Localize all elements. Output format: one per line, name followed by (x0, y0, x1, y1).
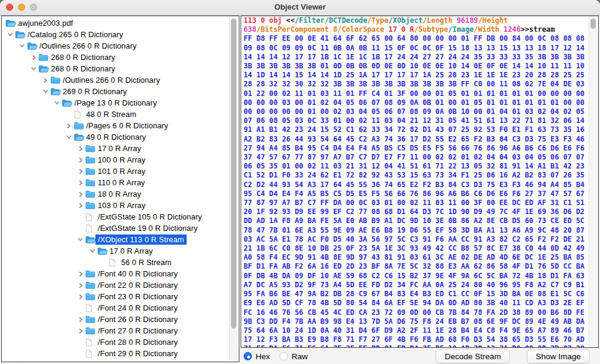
tree-item[interactable]: /ExtGState 105 0 R Dictionary (2, 211, 230, 222)
title-bar[interactable]: Object Viewer (0, 0, 600, 16)
tree-item[interactable] (2, 359, 230, 362)
hex-row: A2 B2 83 26 44 93 54 64 45 C2 A3 74 36 1… (244, 135, 589, 144)
tree-item-label: 49 0 R Dictionary (86, 133, 146, 142)
tree-item-label: /ExtGState 19 0 R Dictionary (98, 224, 197, 233)
tree-item-label: /Font 23 0 R Dictionary (98, 292, 178, 301)
tree-item[interactable]: /Font 22 0 R Dictionary (2, 279, 230, 291)
hex-row: 00 00 00 03 00 01 02 04 05 06 07 08 09 0… (244, 98, 589, 107)
chevron-down-icon[interactable] (89, 248, 95, 254)
tree-item-selected[interactable]: /XObject 113 0 R Stream (2, 234, 230, 245)
hex-scrollbar[interactable] (589, 17, 598, 347)
chevron-right-icon[interactable] (78, 180, 83, 186)
document-icon (85, 350, 92, 358)
hex-row: 14 1D 14 14 15 14 14 1D 25 1A 17 17 17 1… (244, 71, 589, 80)
tree-item[interactable]: /Font 28 0 R Dictionary (2, 336, 230, 348)
chevron-down-icon[interactable] (31, 66, 37, 71)
document-icon (85, 338, 92, 347)
tree-item[interactable]: /Font 24 0 R Dictionary (2, 302, 230, 314)
tree-item-label: 103 0 R Array (98, 201, 146, 210)
open-folder-icon (85, 236, 96, 243)
tree-item-label: 48 0 R Stream (86, 110, 137, 119)
chevron-right-icon[interactable] (66, 123, 71, 129)
chevron-right-icon[interactable] (78, 317, 83, 323)
chevron-right-icon[interactable] (78, 203, 83, 209)
tree-item[interactable]: 49 0 R Dictionary (2, 131, 230, 143)
tree-item[interactable]: 48 0 R Stream (2, 109, 230, 120)
tree-item[interactable]: 100 0 R Array (2, 154, 230, 166)
chevron-right-icon[interactable] (78, 282, 83, 288)
open-folder-icon (27, 42, 38, 50)
hex-scrollbar-thumb[interactable] (590, 19, 596, 29)
tree-item[interactable]: /ExtGState 19 0 R Dictionary (2, 222, 230, 234)
tree-item[interactable]: 269 0 R Dictionary (2, 86, 230, 97)
object-tree-pane: awjune2003.pdf/Catalog 265 0 R Dictionar… (1, 16, 239, 362)
chevron-right-icon[interactable] (78, 294, 83, 300)
hex-row: 95 FA B6 BE 47 9A B2 DB 28 C9 67 B4 83 E… (244, 290, 589, 299)
radio-hex-icon[interactable] (244, 352, 252, 360)
tree-item[interactable]: 101 0 R Array (2, 166, 230, 177)
chevron-right-icon[interactable] (78, 328, 83, 334)
hex-row: DD AD 1A F8 A9 BA FE 5A E0 AB B9 A1 DC 9… (244, 216, 589, 225)
chevron-down-icon[interactable] (54, 100, 60, 106)
folder-icon (85, 179, 95, 186)
chevron-down-icon[interactable] (7, 32, 13, 37)
tree-item[interactable]: 268 0 R Dictionary (2, 52, 230, 63)
hex-row: 14 14 14 12 17 17 1B 1C 1E 1C 1B 17 24 2… (244, 53, 589, 62)
tree-item-label: 268 0 R Dictionary (51, 53, 115, 62)
tree-item[interactable]: awjune2003.pdf (2, 17, 230, 29)
decode-stream-button[interactable]: Decode Stream (436, 349, 510, 363)
chevron-right-icon[interactable] (78, 191, 83, 197)
show-image-button[interactable]: Show Image (527, 349, 590, 363)
tree-item[interactable]: /Catalog 265 0 R Dictionary (2, 29, 230, 40)
radio-hex[interactable]: Hex (244, 352, 270, 361)
chevron-right-icon[interactable] (78, 146, 83, 152)
tree-item[interactable]: /Outlines 266 0 R Dictionary (2, 74, 230, 86)
tree-item[interactable]: /Font 29 0 R Dictionary (2, 348, 230, 359)
open-folder-icon (50, 88, 61, 95)
hex-row: 20 1F 92 93 D9 EE 99 EF C2 77 08 68 D1 6… (244, 207, 589, 216)
document-icon (85, 224, 92, 233)
window-title: Object Viewer (0, 2, 600, 11)
tree-item[interactable]: /Font 26 0 R Dictionary (2, 314, 230, 325)
chevron-right-icon[interactable] (31, 55, 37, 61)
tree-item[interactable]: /Font 23 0 R Dictionary (2, 291, 230, 302)
tree-item[interactable]: 56 0 R Stream (2, 257, 230, 268)
tree-item[interactable]: /Font 27 0 R Dictionary (2, 325, 230, 336)
hex-dump[interactable]: 113 0 obj <</Filter/DCTDecode/Type/XObje… (244, 16, 589, 348)
chevron-right-icon[interactable] (78, 157, 83, 163)
hex-row: 28 28 32 32 30 32 32 3B 3B 3B 3B 3B 3B 3… (244, 80, 589, 89)
tree-item[interactable]: /Pages 6 0 R Dictionary (2, 120, 230, 131)
tree-item[interactable]: 17 0 R Array (2, 143, 230, 154)
tree-item[interactable]: /Page 13 0 R Dictionary (2, 97, 230, 109)
tree-item-label: /Font 22 0 R Dictionary (98, 281, 178, 290)
open-folder-icon (5, 19, 16, 27)
tree-item[interactable]: 17 0 R Array (2, 245, 230, 257)
chevron-down-icon[interactable] (19, 43, 25, 49)
chevron-right-icon[interactable] (78, 169, 83, 175)
tree-item[interactable]: 103 0 R Array (2, 200, 230, 211)
tree-scrollbar[interactable] (229, 17, 238, 361)
folder-icon (85, 167, 95, 175)
folder-icon (85, 190, 95, 198)
tree-item-label: 269 0 R Dictionary (63, 87, 127, 96)
folder-icon (85, 315, 95, 323)
tree-item[interactable]: /Font 40 0 R Dictionary (2, 268, 230, 279)
hex-row: FF D8 FF EE 00 0E 41 64 6F 62 65 00 64 8… (244, 34, 589, 43)
folder-icon (85, 156, 95, 164)
radio-raw[interactable]: Raw (280, 352, 308, 361)
chevron-right-icon[interactable] (43, 77, 48, 83)
hex-row: 75 64 6A 10 24 1D 0A 40 31 D4 6F D9 A2 2… (244, 326, 589, 335)
tree-item[interactable]: 18 0 R Array (2, 188, 230, 200)
tree-item[interactable]: /Outlines 266 0 R Dictionary (2, 40, 230, 52)
tree-item[interactable]: 268 0 R Dictionary (2, 63, 230, 74)
chevron-down-icon[interactable] (77, 237, 83, 242)
chevron-down-icon[interactable] (66, 134, 72, 140)
chevron-right-icon[interactable] (78, 271, 83, 277)
tree-item-label: /Font 24 0 R Dictionary (98, 303, 178, 312)
tree-scrollbar-thumb[interactable] (231, 19, 236, 329)
radio-raw-icon[interactable] (280, 352, 288, 360)
tree-item[interactable]: 110 0 R Array (2, 177, 230, 188)
hex-row: 9B C3 DD F4 7B AA B9 98 E4 13 7D 5A D6 7… (244, 317, 589, 326)
chevron-down-icon[interactable] (43, 89, 49, 94)
hex-row: 0F DB 4B DA 09 DF 10 AE 59 68 C2 C6 15 B… (244, 272, 589, 281)
